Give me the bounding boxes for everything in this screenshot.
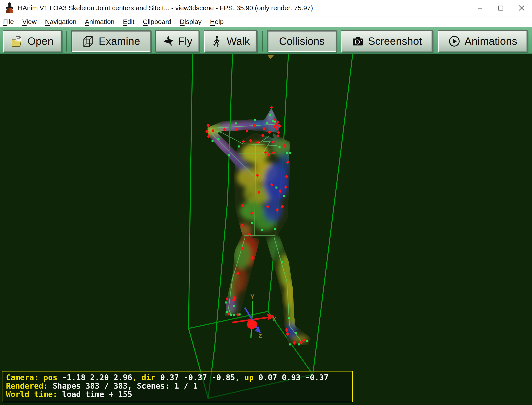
examine-button[interactable]: Examine	[71, 30, 151, 52]
y-axis-label: Y	[251, 293, 254, 301]
menu-navigation[interactable]: Navigation	[45, 18, 77, 26]
animations-button-label: Animations	[465, 35, 517, 47]
minimize-icon	[476, 4, 484, 12]
window-title: HAnim V1 LOA3 Skeleton Joint centers and…	[18, 4, 313, 12]
examine-cube-icon	[82, 35, 95, 48]
fly-button[interactable]: Fly	[155, 30, 199, 52]
title-bar: HAnim V1 LOA3 Skeleton Joint centers and…	[0, 0, 532, 16]
fly-bird-icon	[162, 35, 174, 47]
menu-clipboard[interactable]: Clipboard	[143, 18, 171, 26]
collisions-button[interactable]: Collisions	[267, 30, 337, 52]
toolbar-separator	[262, 31, 263, 52]
walk-button-label: Walk	[227, 35, 250, 47]
menu-display[interactable]: Display	[180, 18, 201, 26]
menu-help[interactable]: Help	[210, 18, 224, 26]
menu-animation[interactable]: Animation	[85, 18, 114, 26]
scene-3d-viewport[interactable]: Y x z	[0, 54, 532, 405]
maximize-button[interactable]	[490, 0, 511, 16]
maximize-icon	[497, 4, 505, 12]
world-time-status-line: World time: load time + 155	[6, 390, 349, 398]
rendered-status-line: Rendered: Shapes 383 / 383, Scenes: 1 / …	[6, 382, 349, 390]
camera-status-line: Camera: pos -1.18 2.20 2.96, dir 0.37 -0…	[6, 373, 349, 382]
menu-file[interactable]: File	[3, 18, 14, 26]
collisions-button-label: Collisions	[279, 35, 325, 47]
menu-view[interactable]: View	[22, 18, 36, 26]
open-file-icon	[11, 35, 24, 47]
walk-button[interactable]: Walk	[204, 30, 257, 52]
z-axis-label: z	[258, 331, 262, 339]
minimize-button[interactable]	[469, 0, 490, 16]
x-axis-label: x	[273, 315, 276, 323]
status-overlay: Camera: pos -1.18 2.20 2.96, dir 0.37 -0…	[2, 371, 353, 402]
menu-bar: File View Navigation Animation Edit Clip…	[0, 16, 532, 27]
fly-button-label: Fly	[178, 35, 192, 47]
animations-button[interactable]: Animations	[438, 30, 528, 52]
window-controls	[469, 0, 532, 16]
axis-origin-marker	[247, 320, 257, 329]
menu-edit[interactable]: Edit	[123, 18, 134, 26]
screenshot-button[interactable]: Screenshot	[341, 30, 432, 52]
toolbar: Open Examine Fly	[0, 27, 532, 54]
open-button[interactable]: Open	[3, 30, 62, 52]
close-icon	[517, 4, 526, 12]
examine-button-label: Examine	[99, 35, 140, 47]
play-circle-icon	[448, 35, 461, 47]
toolbar-separator	[66, 31, 67, 52]
camera-icon	[352, 35, 364, 47]
close-button[interactable]	[511, 0, 532, 16]
screenshot-button-label: Screenshot	[368, 35, 422, 47]
app-icon	[4, 2, 15, 14]
open-button-label: Open	[27, 35, 53, 47]
view3dscene-window: { "window": { "title": "HAnim V1 LOA3 Sk…	[0, 0, 532, 405]
walk-person-icon	[211, 35, 223, 47]
